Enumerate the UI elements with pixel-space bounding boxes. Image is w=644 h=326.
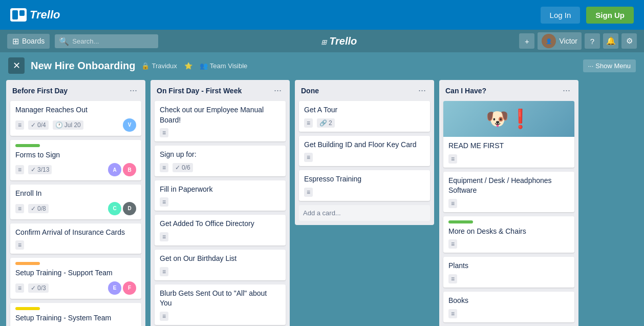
settings-button[interactable]: ⚙ [621,33,637,49]
badge-icon: ≡ [307,189,310,196]
card-building-id[interactable]: Get Building ID and Floor Key Card ≡ [299,136,430,167]
card-title: Forms to Sign [15,150,136,160]
card-more-on-desks[interactable]: More on Desks & Chairs ≡ [443,216,574,253]
badge-icon: ≡ [451,200,455,207]
add-card-area[interactable]: Add a card... [299,205,430,221]
help-button[interactable]: ? [585,33,600,49]
card-label [448,220,473,223]
card-badge: ✓ 0/4 [28,120,49,130]
badge-icon: ≡ [18,121,22,129]
card-meta: ≡ ✓ 0/4 🕐 Jul 20 V [15,118,136,132]
card-meta: ≡ [448,309,569,318]
card-books[interactable]: Books ≡ [443,292,574,322]
badge-icon: ≡ [18,241,22,249]
people-icon: 👥 [200,62,208,70]
card-badge: ≡ [448,309,457,318]
badge-text: 0/3 [37,284,46,292]
badge-icon: ≡ [18,284,22,292]
badge-text: Jul 20 [65,121,81,129]
card-badge: ≡ [448,239,457,249]
card-meta: ≡ [448,274,569,283]
card-meta: ≡ ✓ 3/13 AB [15,163,136,176]
signup-button[interactable]: Sign Up [586,7,634,24]
card-meta: ≡ ✓ 0/8 CD [15,202,136,215]
card-image: 🐶❗ [443,101,574,137]
board-title: New Hire Onboarding [31,60,135,72]
badge-icon: ≡ [162,268,166,275]
list-menu-button[interactable]: ··· [272,85,284,96]
card-title: Get A Tour [304,105,425,115]
card-setup-training-system[interactable]: Setup Training - System Team [10,303,141,326]
card-plants[interactable]: Plants ≡ [443,257,574,288]
ellipsis-icon: ··· [588,62,594,70]
star-icon[interactable]: ⭐ [184,62,192,70]
list-menu-button[interactable]: ··· [561,85,572,96]
list-title: Can I Have? [445,87,486,95]
show-menu-button[interactable]: ··· Show Menu [583,59,636,72]
workspace-name: Travidux [152,62,177,70]
card-meta: ≡ [304,153,425,162]
badge-icon: ✓ [175,164,180,171]
card-meta: ≡ [15,240,136,250]
card-read-me-first[interactable]: 🐶❗READ ME FIRST ≡ [443,101,574,168]
card-label [15,144,40,147]
card-confirm-arrival[interactable]: Confirm Arrival of Insurance Cards ≡ [10,223,141,254]
card-badge: 🕐 Jul 20 [53,120,83,130]
board-header-left: ✕ New Hire Onboarding 🔒 Travidux ⭐ 👥 Tea… [8,57,247,74]
card-sign-up-for[interactable]: Sign up for: ≡ ✓ 0/6 [155,146,286,176]
user-menu-button[interactable]: 👤 Victor [538,32,582,50]
card-enroll-in[interactable]: Enroll In ≡ ✓ 0/8 CD [10,185,141,219]
card-badge: ≡ [15,204,24,213]
card-badge: ✓ 3/13 [28,165,52,174]
card-avatars: EF [108,281,136,295]
card-meta: ≡ 🔗 2 [304,118,425,128]
card-meta: ≡ ✓ 0/6 [160,163,281,172]
login-button[interactable]: Log In [541,7,581,24]
card-blurb[interactable]: Blurb Gets Sent Out to "All" about You ≡ [155,284,286,325]
card-badge: ≡ [160,197,168,207]
card-title: Get Building ID and Floor Key Card [304,140,425,150]
notifications-button[interactable]: 🔔 [603,33,618,49]
card-title: Setup Training - System Team [15,313,136,323]
card-get-a-tour[interactable]: Get A Tour ≡ 🔗 2 [299,101,430,132]
card-title: Espresso Training [304,174,425,185]
badge-icon: ✓ [31,205,36,212]
board-meta: 🔒 Travidux ⭐ 👥 Team Visible [141,62,247,70]
list-menu-button[interactable]: ··· [416,85,428,96]
card-badge: ✓ 0/8 [28,204,49,213]
card-title: Fill in Paperwork [160,185,281,195]
badge-icon: ✓ [31,284,36,292]
card-employee-manual[interactable]: Check out our Employee Manual Board! ≡ [155,101,286,141]
badge-icon: ≡ [18,205,22,212]
badge-icon: ✓ [31,121,36,129]
card-avatar: V [123,118,136,132]
card-manager-reaches-out[interactable]: Manager Reaches Out ≡ ✓ 0/4 🕐 Jul 20 V [10,101,141,136]
user-name: Victor [559,37,577,45]
add-button[interactable]: + [519,33,534,49]
card-birthday-list[interactable]: Get on Our Birthday List ≡ [155,250,286,280]
avatar: 👤 [542,34,556,48]
nav-logo-text: Trello [329,35,357,47]
list-menu-button[interactable]: ··· [127,85,139,96]
boards-label: Boards [22,37,45,45]
card-avatars: CD [108,202,136,215]
card-office-directory[interactable]: Get Added To Office Directory ≡ [155,215,286,246]
card-espresso[interactable]: Espresso Training ≡ [299,170,430,201]
card-avatar: D [123,202,136,215]
card-setup-training-support[interactable]: Setup Training - Support Team ≡ ✓ 0/3 EF [10,258,141,299]
badge-text: 3/13 [37,166,49,173]
card-title: Confirm Arrival of Insurance Cards [15,228,136,238]
card-equipment-desk[interactable]: Equipment / Desk / Headphones Software ≡ [443,172,574,212]
badge-icon: ≡ [307,119,310,127]
workspace-link[interactable]: 🔒 Travidux [141,62,177,70]
card-meta: ≡ [448,154,569,164]
search-input[interactable] [72,37,154,45]
card-meta: ≡ [160,312,281,321]
card-forms-to-sign[interactable]: Forms to Sign ≡ ✓ 3/13 AB [10,140,141,181]
card-fill-paperwork[interactable]: Fill in Paperwork ≡ [155,180,286,211]
boards-button[interactable]: ⊞ Boards [7,34,50,49]
card-badge: ≡ [160,267,168,276]
logo: Trello [10,8,60,22]
list-before-first-day: Before First Day ··· Manager Reaches Out… [6,80,145,326]
card-title: Manager Reaches Out [15,105,136,115]
